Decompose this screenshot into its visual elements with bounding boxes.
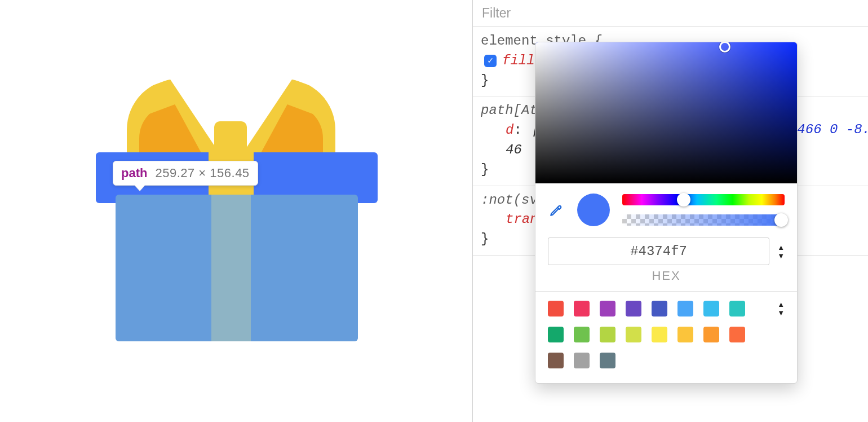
hex-input[interactable]	[548, 238, 769, 265]
palette-swatch[interactable]	[677, 327, 693, 342]
sv-plane[interactable]	[535, 42, 797, 183]
palette: ▲ ▼	[535, 292, 797, 383]
gift-bow-left	[127, 79, 223, 158]
inspect-dimensions: 259.27 × 156.45	[155, 166, 249, 181]
color-picker: ▲ ▼ HEX ▲ ▼	[535, 42, 798, 384]
prop-name-d: d	[506, 122, 513, 138]
palette-swatch[interactable]	[652, 301, 667, 316]
palette-swatch[interactable]	[548, 327, 564, 342]
palette-swatch[interactable]	[626, 301, 641, 316]
palette-swatch[interactable]	[600, 301, 615, 316]
chevron-down-icon: ▼	[777, 309, 785, 316]
inspect-tooltip: path 259.27 × 156.45	[113, 161, 258, 186]
chevron-up-icon: ▲	[777, 301, 785, 308]
chevron-up-icon: ▲	[777, 244, 785, 251]
styles-filter-bar	[473, 0, 868, 27]
gift-bow-knot	[214, 121, 247, 155]
styles-filter-input[interactable]	[481, 0, 860, 27]
format-stepper[interactable]: ▲ ▼	[777, 244, 785, 260]
gift-illustration: path 259.27 × 156.45	[96, 79, 378, 350]
palette-swatch[interactable]	[652, 327, 667, 342]
palette-row-1: ▲ ▼	[548, 301, 785, 316]
current-color-circle	[577, 194, 610, 226]
palette-swatch[interactable]	[729, 301, 745, 316]
eyedropper-icon[interactable]	[548, 201, 565, 218]
alpha-thumb[interactable]	[774, 213, 788, 227]
toggle-declaration-checkbox[interactable]: ✓	[484, 55, 497, 67]
hue-thumb[interactable]	[677, 193, 690, 206]
palette-swatch[interactable]	[729, 327, 745, 342]
palette-swatch[interactable]	[548, 301, 564, 316]
palette-swatch[interactable]	[600, 353, 615, 368]
palette-swatch[interactable]	[677, 301, 693, 316]
palette-row-3	[548, 353, 785, 368]
palette-swatch[interactable]	[703, 327, 719, 342]
palette-swatch[interactable]	[626, 327, 641, 342]
devtools-styles-panel: element.style { ✓ fill: #4374f7; } path[…	[472, 0, 868, 422]
hex-format-label: HEX	[535, 265, 797, 291]
palette-swatch[interactable]	[548, 353, 564, 368]
palette-stepper[interactable]: ▲ ▼	[777, 301, 785, 316]
prop-name-fill[interactable]: fill	[502, 53, 535, 68]
inspect-tag-name: path	[121, 166, 147, 181]
palette-swatch[interactable]	[600, 327, 615, 342]
palette-row-2	[548, 327, 785, 342]
palette-swatch[interactable]	[574, 327, 590, 342]
sv-cursor[interactable]	[719, 42, 730, 52]
gift-bow-right	[240, 79, 335, 158]
page-left: path 259.27 × 156.45	[0, 0, 472, 422]
chevron-down-icon: ▼	[777, 252, 785, 260]
alpha-slider[interactable]	[622, 214, 785, 226]
palette-swatch[interactable]	[703, 301, 719, 316]
palette-swatch[interactable]	[574, 301, 590, 316]
palette-swatch[interactable]	[574, 353, 590, 368]
hue-slider[interactable]	[622, 194, 785, 205]
gift-ribbon-body	[211, 195, 251, 341]
